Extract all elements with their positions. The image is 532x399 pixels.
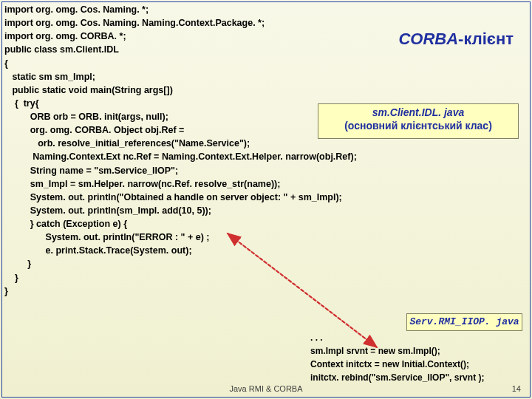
corner-code-block: . . . sm.Impl srvnt = new sm.Impl(); Con… xyxy=(310,331,484,384)
callout-client-class: sm.Client.IDL. java (основний клієнтськи… xyxy=(318,103,519,139)
callout-server-text: Serv.RMI_IIOP. java xyxy=(409,316,519,327)
code-line: ORB orb = ORB. init(args, null); xyxy=(4,112,168,122)
code-line: import org. omg. Cos. Naming. *; xyxy=(4,4,149,15)
code-line: public class sm.Client.IDL xyxy=(4,44,119,55)
main-code-block: import org. omg. Cos. Naming. *; import … xyxy=(4,3,357,298)
code-line: } xyxy=(4,273,18,283)
corner-line: sm.Impl srvnt = new sm.Impl(); xyxy=(310,346,440,356)
code-line: sm_Impl = sm.Helper. narrow(nc.Ref. reso… xyxy=(4,179,280,189)
code-line: } catch (Exception e) { xyxy=(4,219,127,229)
corner-line: initctx. rebind("sm.Service_IIOP", srvnt… xyxy=(310,372,484,383)
code-line: Naming.Context.Ext nc.Ref = Naming.Conte… xyxy=(4,151,357,162)
code-line: System. out. println("ERROR : " + e) ; xyxy=(4,232,210,242)
callout-desc: (основний клієнтський клас) xyxy=(344,120,492,132)
code-line: e. print.Stack.Trace(System. out); xyxy=(4,245,192,256)
corner-line: . . . xyxy=(310,332,323,343)
corner-line: Context initctx = new Initial.Context(); xyxy=(310,359,469,369)
footer-text: Java RMI & CORBA xyxy=(0,384,532,393)
code-line: } xyxy=(4,259,31,269)
code-line: public static void main(String args[]) xyxy=(4,85,173,95)
page-number: 14 xyxy=(512,384,521,393)
code-line: System. out. println("Obtained a handle … xyxy=(4,192,342,202)
code-line: } xyxy=(4,286,8,296)
code-line: orb. resolve_initial_references("Name.Se… xyxy=(4,138,250,149)
code-line: org. omg. CORBA. Object obj.Ref = xyxy=(4,125,184,135)
slide-title: CORBA-клієнт xyxy=(398,30,514,49)
callout-server-file: Serv.RMI_IIOP. java xyxy=(406,313,522,331)
code-line: String name = "sm.Service_IIOP"; xyxy=(4,166,178,176)
code-line: import org. omg. Cos. Naming. Naming.Con… xyxy=(4,18,265,28)
callout-filename: sm.Client.IDL. java xyxy=(372,106,464,118)
code-line: { xyxy=(4,58,8,69)
code-line: { try{ xyxy=(4,98,39,109)
title-corba: CORBA xyxy=(398,30,458,48)
title-suffix: -клієнт xyxy=(458,30,514,48)
code-line: static sm sm_Impl; xyxy=(4,72,95,82)
code-line: import org. omg. CORBA. *; xyxy=(4,31,126,41)
code-line: System. out. println(sm_Impl. add(10, 5)… xyxy=(4,205,211,216)
